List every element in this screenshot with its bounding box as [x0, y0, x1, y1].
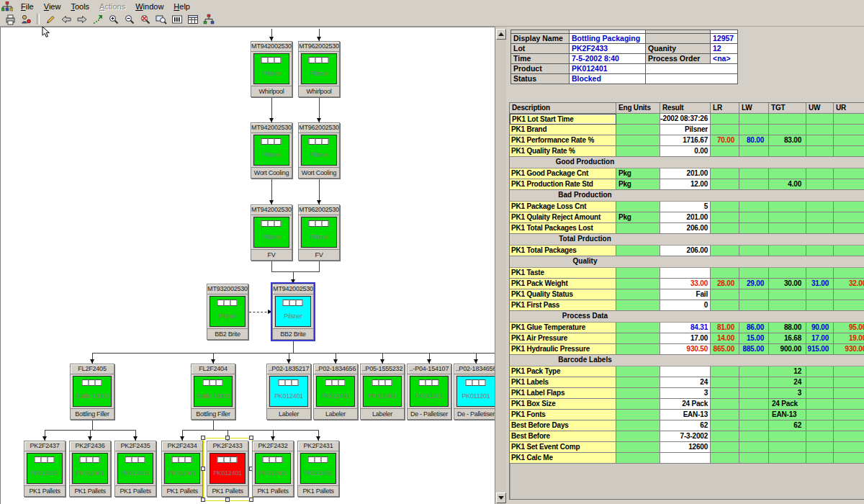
grid-cell[interactable]	[616, 420, 660, 431]
grid-cell-description[interactable]: PK1 Quality Status	[510, 289, 616, 300]
menu-help[interactable]: Help	[168, 1, 195, 12]
grid-cell[interactable]	[616, 388, 660, 399]
genealogy-canvas[interactable]: MT942002530PilsnerWhirlpoolMT962002530Pi…	[0, 27, 495, 504]
grid-cell[interactable]: 15.00	[739, 333, 769, 344]
grid-cell[interactable]	[834, 246, 864, 256]
grid-cell[interactable]	[616, 223, 660, 234]
grid-cell[interactable]	[711, 289, 739, 300]
flow-node[interactable]: PK2F2432PK012401PK1 Pallets	[252, 441, 294, 497]
grid-cell[interactable]	[739, 388, 769, 399]
grid-cell[interactable]	[711, 146, 739, 157]
grid-cell[interactable]	[806, 223, 834, 234]
grid-cell[interactable]	[834, 125, 864, 135]
grid-cell[interactable]	[711, 246, 739, 256]
grid-cell[interactable]	[711, 114, 739, 125]
grid-cell[interactable]: 70.00	[711, 135, 739, 146]
grid-cell[interactable]: 5	[660, 202, 711, 212]
grid-cell[interactable]: 12.00	[660, 179, 711, 190]
flow-scrollbar[interactable]	[495, 27, 506, 504]
menu-window[interactable]: Window	[130, 1, 168, 12]
flow-node[interactable]: MT962002530PilsnerFV	[298, 204, 340, 261]
toolbar-logon-button[interactable]	[18, 13, 34, 26]
grid-cell[interactable]	[616, 125, 660, 135]
grid-cell-description[interactable]: PK1 Total Packages	[510, 246, 616, 256]
grid-cell-description[interactable]: PK1 First Pass	[510, 300, 616, 311]
grid-cell-description[interactable]: PK1 Lot Start Time	[510, 114, 616, 125]
grid-cell[interactable]	[616, 344, 660, 355]
grid-cell[interactable]	[806, 410, 834, 420]
grid-cell[interactable]	[739, 410, 769, 420]
grid-cell[interactable]	[711, 125, 739, 135]
grid-cell[interactable]	[769, 146, 806, 157]
grid-cell[interactable]	[834, 377, 864, 388]
grid-cell[interactable]: 33.00	[660, 279, 711, 289]
toolbar-edit-button[interactable]	[42, 13, 58, 26]
toolbar-print-button[interactable]	[2, 13, 18, 26]
grid-cell[interactable]	[660, 268, 711, 279]
flow-node[interactable]: ..P02-1834656PK011201De - Palletiser	[454, 364, 495, 420]
grid-cell[interactable]	[711, 268, 739, 279]
grid-cell[interactable]	[711, 366, 739, 377]
grid-cell[interactable]: 206.00	[660, 246, 711, 256]
grid-cell[interactable]	[769, 442, 806, 453]
grid-cell[interactable]	[711, 442, 739, 453]
grid-cell-description[interactable]: PK1 Production Rate Std	[510, 179, 616, 190]
grid-cell[interactable]: 80.00	[739, 135, 769, 146]
toolbar-back-button[interactable]	[58, 13, 74, 26]
grid-cell-description[interactable]: PK1 Quality Rate %	[510, 146, 616, 157]
grid-cell[interactable]	[739, 453, 769, 464]
selection-handle[interactable]	[225, 498, 230, 502]
grid-cell[interactable]: EAN-13	[660, 410, 711, 420]
grid-cell[interactable]	[806, 212, 834, 223]
grid-cell[interactable]	[834, 431, 864, 442]
grid-cell[interactable]	[711, 202, 739, 212]
grid-cell[interactable]	[616, 202, 660, 212]
grid-cell[interactable]	[711, 410, 739, 420]
grid-cell[interactable]	[769, 202, 806, 212]
grid-cell[interactable]	[769, 223, 806, 234]
grid-cell[interactable]	[806, 442, 834, 453]
grid-cell[interactable]: 3	[660, 388, 711, 399]
grid-cell[interactable]	[806, 366, 834, 377]
grid-cell[interactable]	[616, 323, 660, 333]
grid-cell[interactable]	[834, 135, 864, 146]
grid-cell[interactable]	[616, 114, 660, 125]
grid-cell[interactable]	[834, 300, 864, 311]
grid-cell[interactable]	[806, 289, 834, 300]
grid-cell[interactable]: 17.00	[806, 333, 834, 344]
grid-cell[interactable]: 24	[769, 377, 806, 388]
grid-cell[interactable]: 12600	[660, 442, 711, 453]
grid-cell[interactable]: 930.00	[834, 344, 864, 355]
grid-cell-description[interactable]: PK1 Hydraulic Pressure	[510, 344, 616, 355]
grid-cell[interactable]	[711, 388, 739, 399]
grid-cell[interactable]	[834, 212, 864, 223]
grid-cell[interactable]	[739, 268, 769, 279]
grid-cell[interactable]	[834, 223, 864, 234]
grid-cell[interactable]	[739, 431, 769, 442]
grid-cell[interactable]: Fail	[660, 289, 711, 300]
flow-node[interactable]: MT932002530PilsnerBB2 Brite	[207, 284, 248, 340]
grid-cell[interactable]	[769, 125, 806, 135]
grid-cell[interactable]: 88.00	[769, 323, 806, 333]
flow-node[interactable]: MT942002530PilsnerWort Cooling	[251, 122, 292, 179]
grid-cell-description[interactable]: PK1 Pack Type	[510, 366, 616, 377]
grid-cell-description[interactable]: PK1 Glue Temperature	[510, 323, 616, 333]
grid-cell[interactable]: 16.68	[769, 333, 806, 344]
grid-cell[interactable]	[769, 168, 806, 179]
toolbar-barcode-button[interactable]	[169, 13, 185, 26]
grid-cell[interactable]: 201.00	[660, 212, 711, 223]
grid-cell[interactable]	[739, 146, 769, 157]
grid-cell[interactable]: 83.00	[769, 135, 806, 146]
grid-cell[interactable]	[806, 202, 834, 212]
grid-cell[interactable]	[711, 431, 739, 442]
grid-cell[interactable]: 17.00	[660, 333, 711, 344]
grid-cell-description[interactable]: PK1 Package Loss Cnt	[510, 202, 616, 212]
toolbar-datasheet-button[interactable]	[185, 13, 201, 26]
grid-cell[interactable]	[739, 202, 769, 212]
grid-cell[interactable]	[834, 202, 864, 212]
grid-cell[interactable]	[660, 453, 711, 464]
toolbar-zoom-window-button[interactable]	[153, 13, 169, 26]
grid-cell[interactable]	[739, 179, 769, 190]
grid-cell[interactable]	[834, 289, 864, 300]
grid-cell[interactable]: 865.00	[711, 344, 739, 355]
